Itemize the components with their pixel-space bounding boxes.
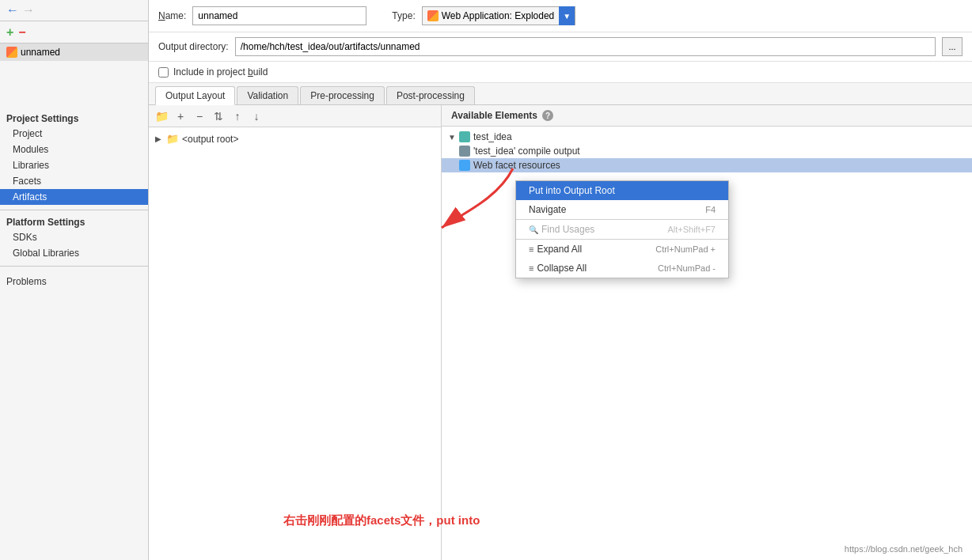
navigate-shortcut: F4 [705,205,716,214]
available-header: Available Elements ? [442,105,972,127]
add-toolbar-btn[interactable]: + [173,108,188,124]
watermark: https://blog.csdn.net/geek_hch [845,544,963,554]
sidebar-divider-2 [0,266,148,267]
expand-all-label: ≡ Expand All [529,244,582,255]
browse-button[interactable]: ... [942,37,963,56]
forward-arrow[interactable]: → [22,3,35,17]
context-menu-expand-all[interactable]: ≡ Expand All Ctrl+NumPad + [516,240,728,259]
context-menu-navigate[interactable]: Navigate F4 [516,200,728,219]
sidebar-item-problems[interactable]: Problems [0,271,148,292]
tab-post-processing[interactable]: Post-processing [386,86,475,104]
add-artifact-button[interactable]: + [6,25,13,40]
compile-icon [459,146,470,157]
module-icon [459,131,470,142]
panels-container: 📁 + − ⇅ ↑ ↓ ▶ 📁 <output root> [149,105,972,560]
type-dropdown-button[interactable]: ▼ [559,6,575,25]
output-dir-label: Output directory: [158,41,229,52]
sidebar-item-project[interactable]: Project [0,126,148,142]
left-panel: 📁 + − ⇅ ↑ ↓ ▶ 📁 <output root> [149,105,442,560]
root-folder-icon: 📁 [166,133,179,145]
include-checkbox[interactable] [158,67,169,78]
output-dir-row: Output directory: ... [149,32,972,62]
sidebar-item-artifacts[interactable]: Artifacts [0,189,148,205]
nav-bar: ← → [0,0,148,21]
collapse-all-shortcut: Ctrl+NumPad - [658,263,716,273]
artifact-name: unnamed [21,47,60,58]
name-input[interactable] [192,6,366,25]
tabs-bar: Output Layout Validation Pre-processing … [149,83,972,105]
root-arrow: ▶ [155,134,163,143]
sidebar: ← → + − unnamed Project Settings Project… [0,0,149,560]
left-panel-toolbar: 📁 + − ⇅ ↑ ↓ [149,105,441,127]
tree-item-test-idea[interactable]: ▼ test_idea [442,130,972,144]
tab-output-layout[interactable]: Output Layout [155,86,235,105]
type-icon [427,10,439,21]
artifact-toolbar: + − [0,21,148,44]
type-select[interactable]: Web Application: Exploded ▼ [422,6,576,25]
expand-all-shortcut: Ctrl+NumPad + [655,244,716,254]
web-facet-label: Web facet resources [473,160,560,171]
output-root-item[interactable]: ▶ 📁 <output root> [149,131,441,147]
context-menu: Put into Output Root Navigate F4 🔍 Find … [515,180,729,278]
sidebar-divider [0,210,148,210]
right-panel: Available Elements ? ▼ test_idea 'test_i… [442,105,972,560]
up-toolbar-btn[interactable]: ↑ [230,108,245,124]
web-icon [459,160,470,171]
platform-settings-label: Platform Settings [0,212,148,229]
tree-item-compile-output[interactable]: 'test_idea' compile output [442,144,972,158]
available-title: Available Elements [451,110,537,121]
find-usages-shortcut: Alt+Shift+F7 [667,225,716,234]
help-icon[interactable]: ? [542,110,553,121]
sidebar-item-libraries[interactable]: Libraries [0,157,148,173]
down-toolbar-btn[interactable]: ↓ [249,108,264,124]
back-arrow[interactable]: ← [6,3,19,17]
collapse-all-label: ≡ Collapse All [529,263,587,274]
test-idea-arrow: ▼ [448,133,456,142]
include-label: Include in project build [173,66,268,78]
context-menu-collapse-all[interactable]: ≡ Collapse All Ctrl+NumPad - [516,259,728,278]
tab-validation[interactable]: Validation [237,86,298,104]
artifact-item[interactable]: unnamed [0,44,148,61]
put-into-output-label: Put into Output Root [529,185,615,196]
folder-toolbar-btn[interactable]: 📁 [154,108,169,124]
remove-artifact-button[interactable]: − [18,25,25,40]
sidebar-item-modules[interactable]: Modules [0,142,148,157]
type-value: Web Application: Exploded [442,10,555,21]
type-select-text: Web Application: Exploded [423,10,560,21]
include-row: Include in project build [149,62,972,83]
output-tree: ▶ 📁 <output root> [149,127,441,560]
artifact-icon [6,47,17,58]
test-idea-label: test_idea [473,131,512,142]
remove-toolbar-btn[interactable]: − [192,108,207,124]
find-usages-label: 🔍 Find Usages [529,224,594,235]
project-settings-label: Project Settings [0,108,148,126]
name-label: Name: [158,10,186,21]
sidebar-item-global-libraries[interactable]: Global Libraries [0,245,148,261]
tab-pre-processing[interactable]: Pre-processing [300,86,385,104]
sidebar-item-sdks[interactable]: SDKs [0,229,148,245]
context-menu-find-usages[interactable]: 🔍 Find Usages Alt+Shift+F7 [516,220,728,239]
name-type-row: Name: Type: Web Application: Exploded ▼ [149,0,972,32]
output-root-label: <output root> [182,134,238,145]
tree-item-web-facet[interactable]: Web facet resources [442,158,972,172]
navigate-label: Navigate [529,204,566,215]
sidebar-item-facets[interactable]: Facets [0,173,148,189]
compile-output-label: 'test_idea' compile output [473,146,580,157]
sort-toolbar-btn[interactable]: ⇅ [211,108,226,124]
output-dir-input[interactable] [235,37,936,56]
content-area: Name: Type: Web Application: Exploded ▼ … [149,0,972,560]
type-label: Type: [392,10,415,21]
context-menu-put-into-output[interactable]: Put into Output Root [516,181,728,200]
